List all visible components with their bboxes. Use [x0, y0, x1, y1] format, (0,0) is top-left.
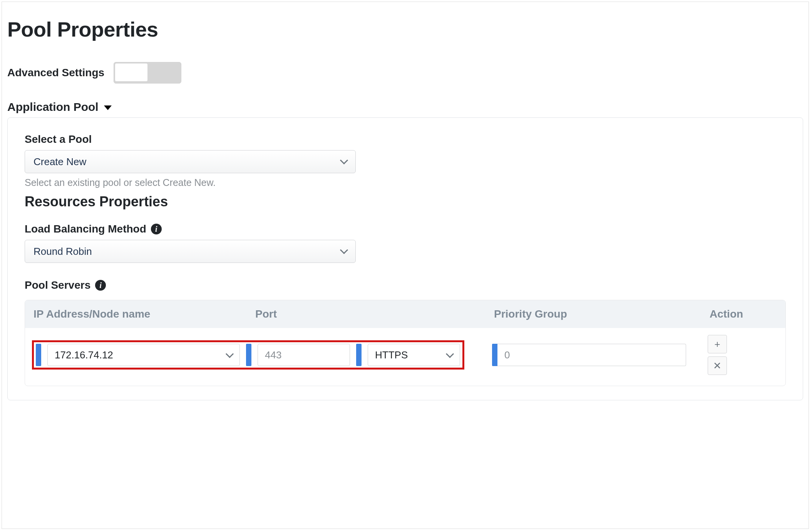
priority-group-wrap: 0 — [492, 344, 686, 366]
application-pool-section-header[interactable]: Application Pool — [7, 100, 803, 114]
plus-icon: + — [714, 338, 720, 350]
pool-servers-table: IP Address/Node name Port Priority Group… — [25, 300, 786, 386]
chevron-down-icon — [447, 349, 453, 361]
protocol-dropdown[interactable]: HTTPS — [368, 344, 460, 366]
application-pool-panel: Select a Pool Create New Select an exist… — [7, 117, 803, 400]
port-value: 443 — [265, 349, 281, 361]
active-marker — [492, 344, 497, 366]
advanced-settings-label: Advanced Settings — [7, 67, 104, 79]
active-marker — [36, 344, 41, 366]
priority-group-input[interactable]: 0 — [497, 344, 686, 366]
pool-servers-label-row: Pool Servers i — [25, 279, 786, 291]
ip-address-dropdown[interactable]: 172.16.74.12 — [47, 344, 240, 366]
select-pool-label: Select a Pool — [25, 133, 786, 146]
load-balancing-label: Load Balancing Method — [25, 223, 146, 235]
ip-address-value: 172.16.74.12 — [55, 349, 113, 361]
load-balancing-label-row: Load Balancing Method i — [25, 223, 786, 235]
col-header-priority: Priority Group — [494, 308, 710, 320]
toggle-knob — [115, 63, 148, 82]
info-icon[interactable]: i — [95, 280, 106, 291]
highlighted-server-group: 172.16.74.12 443 HTTPS — [32, 340, 464, 370]
port-input[interactable]: 443 — [258, 344, 350, 366]
load-balancing-dropdown[interactable]: Round Robin — [25, 240, 356, 263]
chevron-down-icon — [341, 156, 347, 167]
table-row: 172.16.74.12 443 HTTPS — [25, 328, 785, 386]
chevron-down-icon — [341, 246, 347, 257]
col-header-port: Port — [255, 308, 494, 320]
active-marker — [356, 344, 362, 366]
select-pool-helper: Select an existing pool or select Create… — [25, 177, 786, 188]
priority-group-value: 0 — [504, 349, 510, 361]
row-actions: + ✕ — [708, 335, 727, 375]
add-row-button[interactable]: + — [708, 335, 727, 353]
pool-properties-panel: Pool Properties Advanced Settings Applic… — [2, 2, 809, 529]
advanced-settings-row: Advanced Settings — [7, 62, 803, 84]
col-header-action: Action — [710, 308, 779, 320]
remove-row-button[interactable]: ✕ — [708, 356, 727, 375]
page-title: Pool Properties — [7, 17, 803, 41]
select-pool-value: Create New — [33, 156, 86, 168]
advanced-settings-toggle[interactable] — [114, 62, 181, 84]
pool-servers-label: Pool Servers — [25, 279, 90, 291]
load-balancing-value: Round Robin — [33, 246, 92, 258]
times-icon: ✕ — [713, 360, 722, 372]
application-pool-section-title: Application Pool — [7, 100, 99, 114]
info-icon[interactable]: i — [151, 224, 162, 234]
select-pool-dropdown[interactable]: Create New — [25, 150, 356, 173]
resources-properties-heading: Resources Properties — [25, 194, 786, 210]
protocol-value: HTTPS — [375, 349, 408, 361]
active-marker — [246, 344, 251, 366]
chevron-down-icon — [227, 349, 233, 361]
col-header-ip: IP Address/Node name — [32, 308, 255, 320]
table-header: IP Address/Node name Port Priority Group… — [25, 300, 785, 328]
caret-down-icon — [104, 105, 112, 110]
